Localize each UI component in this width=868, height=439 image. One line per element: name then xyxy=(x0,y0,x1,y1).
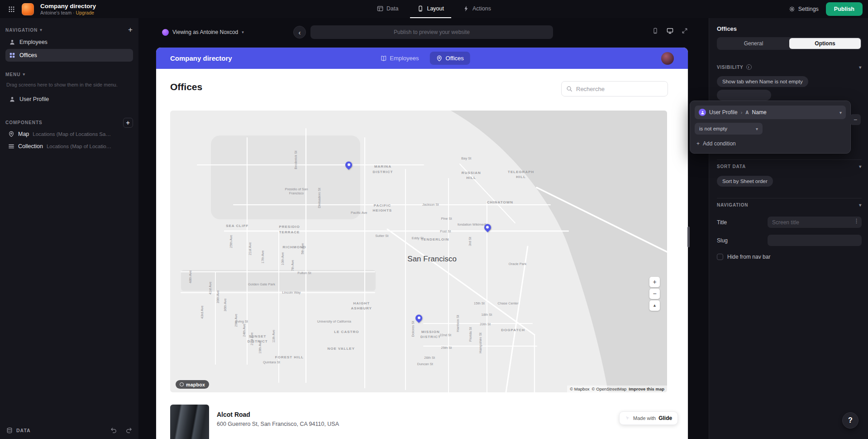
undo-icon[interactable] xyxy=(110,427,117,434)
sidebar-item-label: Offices xyxy=(19,52,37,58)
osm-attribution-link[interactable]: © OpenStreetMap xyxy=(592,386,627,391)
chevron-down-icon[interactable]: ▾ xyxy=(23,72,25,77)
map-pin-icon xyxy=(8,131,14,137)
avatar xyxy=(162,29,169,36)
info-icon[interactable]: i xyxy=(746,64,752,70)
add-component-button[interactable]: + xyxy=(123,118,133,128)
map-pin-icon xyxy=(436,55,443,62)
viewing-as-label: Viewing as Antoine Noxcod xyxy=(172,29,238,35)
office-address: 600 Guerrero St, San Francisco, CA 94110… xyxy=(217,421,339,427)
app-header-title: Company directory xyxy=(170,54,232,62)
made-with-glide-badge[interactable]: Made with Glide xyxy=(619,411,678,425)
fullscreen-icon[interactable] xyxy=(682,28,688,34)
map-pins xyxy=(170,111,667,392)
text-column-icon: A xyxy=(745,110,749,115)
apps-grid-icon[interactable] xyxy=(5,3,17,15)
mapbox-logo-text: mapbox xyxy=(186,382,205,387)
condition-field: Name xyxy=(752,109,767,116)
nav-header-label: NAVIGATION xyxy=(717,203,748,207)
remove-condition-button[interactable]: − xyxy=(850,114,861,125)
left-sidebar: NAVIGATION ▾ + Employees Offices MENU ▾ … xyxy=(0,18,138,439)
sort-section-header[interactable]: SORT DATA ▾ xyxy=(717,164,862,169)
settings-button[interactable]: Settings xyxy=(789,6,819,12)
condition-field-dropdown[interactable]: User Profile › A Name ▾ xyxy=(695,106,846,119)
app-tab-offices[interactable]: Offices xyxy=(430,52,470,65)
sort-chip[interactable]: Sort by Sheet order xyxy=(717,176,773,187)
app-tab-employees[interactable]: Employees xyxy=(374,52,425,65)
chevron-down-icon: ▾ xyxy=(859,203,862,207)
slug-field-label: Slug xyxy=(717,237,728,244)
kebab-menu-icon[interactable]: ⋮ xyxy=(854,217,859,224)
tab-actions[interactable]: Actions xyxy=(456,0,498,18)
help-button[interactable]: ? xyxy=(842,412,858,429)
divider xyxy=(717,198,862,198)
component-desc: Locations (Map of Locations Sa… xyxy=(33,131,111,137)
search-input[interactable] xyxy=(576,86,663,92)
person-icon xyxy=(9,39,15,45)
zoom-in-button[interactable]: + xyxy=(649,277,660,287)
cursor-icon xyxy=(625,415,630,421)
search-box xyxy=(561,81,668,96)
tab-data-label: Data xyxy=(386,5,398,12)
sort-header-label: SORT DATA xyxy=(717,164,746,169)
person-icon xyxy=(701,111,705,115)
improve-map-link[interactable]: Improve this map xyxy=(629,386,664,391)
user-avatar[interactable] xyxy=(661,52,674,65)
visibility-section-header[interactable]: VISIBILITY i ▾ xyxy=(717,64,862,70)
list-item[interactable]: Alcot Road 600 Guerrero St, San Francisc… xyxy=(170,405,667,439)
inspector-tabs: General Options xyxy=(717,37,862,50)
data-label[interactable]: DATA xyxy=(16,428,31,433)
back-button[interactable]: ‹ xyxy=(293,26,306,39)
tab-options[interactable]: Options xyxy=(789,38,861,49)
grid9-icon xyxy=(8,6,15,13)
navigation-section-header[interactable]: NAVIGATION ▾ xyxy=(717,203,862,207)
hide-from-nav-checkbox[interactable]: Hide from nav bar xyxy=(717,254,770,260)
upgrade-link[interactable]: Upgrade xyxy=(76,10,94,15)
team-subtitle: Antoine's team ·Upgrade xyxy=(40,10,96,15)
data-footer: DATA xyxy=(6,427,132,434)
condition-operator-dropdown[interactable]: is not empty ▾ xyxy=(695,123,763,135)
redo-icon[interactable] xyxy=(125,427,132,434)
publish-preview-bar[interactable]: Publish to preview your website xyxy=(310,25,553,39)
sidebar-item-employees[interactable]: Employees xyxy=(5,36,133,48)
search-icon xyxy=(566,86,572,92)
mapbox-attribution-link[interactable]: © Mapbox xyxy=(570,386,589,391)
slug-input[interactable] xyxy=(768,235,862,246)
mobile-view-icon[interactable] xyxy=(652,28,658,34)
add-condition-button[interactable]: + Add condition xyxy=(695,140,846,149)
tab-layout[interactable]: Layout xyxy=(410,0,451,18)
navigation-header: NAVIGATION ▾ + xyxy=(5,24,133,35)
condition-source: User Profile xyxy=(709,109,738,116)
scrollbar[interactable] xyxy=(687,227,690,247)
map-pin[interactable] xyxy=(345,161,353,169)
condition-operator: is not empty xyxy=(699,126,727,131)
publish-button[interactable]: Publish xyxy=(826,2,863,16)
settings-label: Settings xyxy=(798,6,819,12)
tab-general[interactable]: General xyxy=(718,38,789,49)
mapbox-logo[interactable]: mapbox xyxy=(176,380,209,389)
condition-row-partial[interactable] xyxy=(717,90,771,101)
made-with-label: Made with xyxy=(633,415,656,421)
sidebar-item-offices[interactable]: Offices xyxy=(5,49,133,62)
sidebar-item-user-profile[interactable]: User Profile xyxy=(5,93,133,106)
component-map[interactable]: Map Locations (Map of Locations Sa… xyxy=(5,128,133,140)
zoom-out-button[interactable]: − xyxy=(649,289,660,299)
tab-actions-label: Actions xyxy=(472,5,491,12)
viewing-as-dropdown[interactable]: Viewing as Antoine Noxcod ▾ xyxy=(162,29,244,36)
component-collection[interactable]: Collection Locations (Map of Locatio… xyxy=(5,140,133,153)
desktop-view-icon[interactable] xyxy=(667,27,673,34)
tab-data[interactable]: Data xyxy=(370,0,405,18)
map[interactable]: MARINA DISTRICTRUSSIAN HILLTELEGRAPH HIL… xyxy=(170,111,667,392)
compass-button[interactable]: ▲ xyxy=(649,300,660,311)
tab-layout-label: Layout xyxy=(427,5,444,12)
checkbox-label: Hide from nav bar xyxy=(727,254,770,260)
map-pin[interactable] xyxy=(415,315,423,322)
visibility-condition-chip[interactable]: Show tab when Name is not empty xyxy=(717,76,808,87)
map-pin[interactable] xyxy=(484,224,491,232)
add-condition-label: Add condition xyxy=(703,140,736,147)
screen-title-input[interactable] xyxy=(768,217,862,228)
app-logo[interactable] xyxy=(22,3,34,15)
canvas: Viewing as Antoine Noxcod ▾ ‹ Publish to… xyxy=(138,18,709,439)
chevron-down-icon[interactable]: ▾ xyxy=(40,28,43,32)
add-screen-button[interactable]: + xyxy=(128,25,133,34)
